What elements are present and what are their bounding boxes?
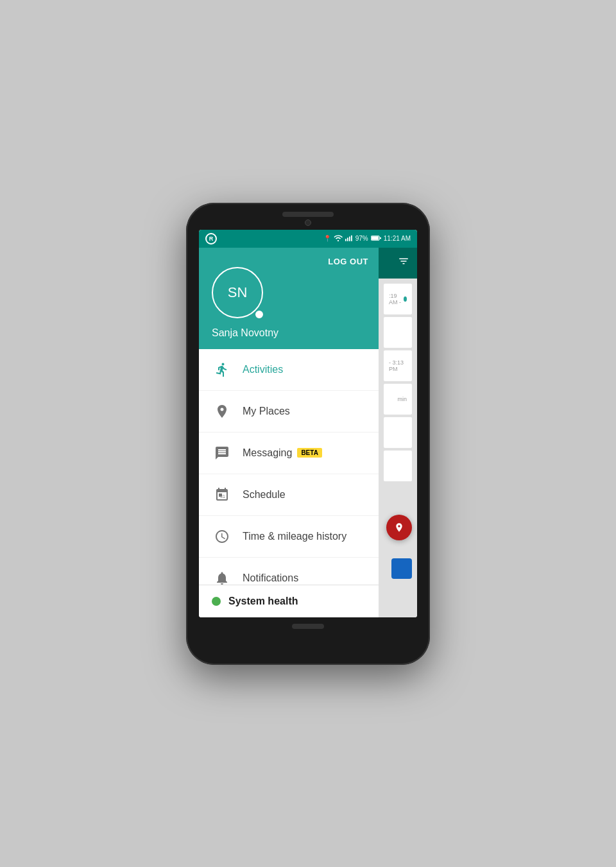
bg-topbar bbox=[379, 248, 417, 279]
background-panel: :19 AM - - 3:13 PM min bbox=[379, 248, 417, 617]
svg-rect-1 bbox=[345, 239, 346, 241]
time-mileage-label: Time & mileage history bbox=[243, 531, 346, 542]
status-bar-left: R bbox=[205, 233, 217, 245]
activities-icon bbox=[212, 359, 232, 380]
menu-item-notifications[interactable]: Notifications bbox=[199, 558, 379, 585]
my-places-label: My Places bbox=[243, 406, 290, 417]
status-bar: R 📍 bbox=[199, 230, 417, 248]
bg-row-3: - 3:13 PM bbox=[384, 350, 412, 381]
menu-item-my-places[interactable]: My Places bbox=[199, 391, 379, 433]
schedule-icon: 31 bbox=[212, 485, 232, 505]
notifications-icon bbox=[212, 568, 232, 585]
bg-row-4: min bbox=[384, 384, 412, 415]
phone-speaker bbox=[282, 212, 334, 217]
system-health-label: System health bbox=[228, 596, 298, 607]
time-display: 11:21 AM bbox=[384, 235, 411, 242]
location-icon: 📍 bbox=[323, 235, 331, 242]
avatar: SN bbox=[212, 267, 263, 318]
blue-square-button[interactable] bbox=[391, 558, 412, 579]
bg-row-5 bbox=[384, 417, 412, 448]
svg-rect-3 bbox=[349, 236, 350, 241]
bg-dot-1 bbox=[404, 296, 407, 302]
app-icon: R bbox=[205, 233, 217, 245]
bg-time-4: min bbox=[397, 396, 407, 402]
svg-rect-7 bbox=[380, 237, 381, 239]
bg-time-3: - 3:13 PM bbox=[389, 359, 407, 372]
phone-camera bbox=[305, 219, 311, 226]
activities-label: Activities bbox=[243, 364, 283, 375]
schedule-label: Schedule bbox=[243, 489, 286, 501]
messaging-label: Messaging bbox=[243, 447, 292, 459]
user-name: Sanja Novotny bbox=[212, 327, 278, 339]
notifications-label: Notifications bbox=[243, 572, 298, 584]
menu-items-list: Activities My Places bbox=[199, 349, 379, 585]
wifi-icon bbox=[334, 235, 343, 243]
avatar-container: SN Sanja Novotny bbox=[212, 267, 366, 339]
beta-badge: BETA bbox=[297, 448, 321, 458]
menu-item-activities[interactable]: Activities bbox=[199, 349, 379, 391]
avatar-initials: SN bbox=[228, 284, 248, 301]
svg-point-0 bbox=[338, 239, 339, 241]
menu-item-schedule[interactable]: 31 Schedule bbox=[199, 474, 379, 516]
system-health-footer[interactable]: System health bbox=[199, 585, 379, 617]
svg-rect-4 bbox=[351, 235, 352, 241]
filter-icon[interactable] bbox=[398, 255, 409, 270]
screen-content: LOG OUT SN Sanja Novotny bbox=[199, 248, 417, 617]
my-places-icon bbox=[212, 401, 232, 422]
svg-rect-2 bbox=[347, 237, 348, 241]
bg-row-1: :19 AM - bbox=[384, 284, 412, 314]
signal-icon bbox=[345, 235, 353, 243]
avatar-dot bbox=[254, 309, 264, 320]
bg-row-2 bbox=[384, 317, 412, 348]
messaging-icon bbox=[212, 443, 232, 463]
menu-header: LOG OUT SN Sanja Novotny bbox=[199, 248, 379, 349]
phone-screen: R 📍 bbox=[199, 230, 417, 617]
home-button[interactable] bbox=[292, 624, 324, 629]
svg-rect-6 bbox=[371, 236, 378, 239]
time-mileage-icon bbox=[212, 526, 232, 547]
health-status-dot bbox=[212, 597, 221, 606]
svg-text:31: 31 bbox=[220, 494, 225, 499]
menu-item-messaging[interactable]: Messaging BETA bbox=[199, 433, 379, 474]
bg-row-6 bbox=[384, 451, 412, 481]
status-bar-right: 📍 97% bbox=[323, 235, 411, 243]
battery-icon bbox=[371, 235, 381, 243]
battery-percent: 97% bbox=[355, 235, 368, 242]
phone-device: R 📍 bbox=[186, 203, 430, 665]
menu-item-time-mileage[interactable]: Time & mileage history bbox=[199, 516, 379, 558]
red-fab-button[interactable] bbox=[386, 515, 412, 540]
logout-button[interactable]: LOG OUT bbox=[328, 257, 368, 266]
bg-time-1: :19 AM - bbox=[389, 293, 401, 305]
menu-drawer: LOG OUT SN Sanja Novotny bbox=[199, 248, 379, 617]
